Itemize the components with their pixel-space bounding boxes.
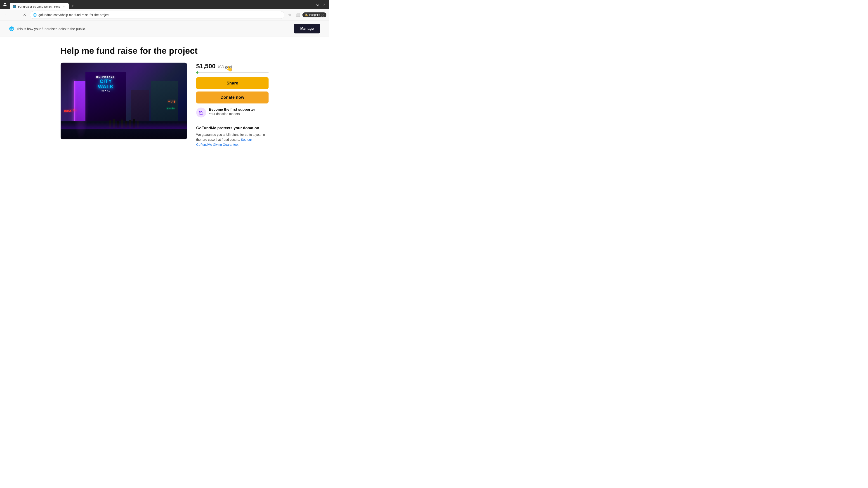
split-view-button[interactable]: ⬜ [294, 11, 302, 19]
progress-fill [196, 72, 197, 73]
titlebar: 🌐 Fundraiser by Jane Smith : Help ✕ + — … [0, 0, 329, 9]
content-layout: UNIVERSAL CITYWALK OSAKA マリオ スーパー ROCK S… [61, 63, 269, 147]
supporter-subtext: Your donation matters [209, 112, 255, 116]
tab-favicon: 🌐 [13, 5, 16, 8]
share-button[interactable]: Share [196, 77, 269, 89]
supporter-section: Become the first supporter Your donation… [196, 107, 269, 118]
citywalk-sign: UNIVERSAL CITYWALK OSAKA [88, 76, 124, 92]
donate-button[interactable]: Donate now [196, 92, 269, 103]
page-title: Help me fund raise for the project [61, 46, 269, 56]
fundraiser-image: UNIVERSAL CITYWALK OSAKA マリオ スーパー ROCK S… [61, 63, 187, 139]
bookmark-button[interactable]: ☆ [286, 11, 293, 19]
protection-body-text: We guarantee you a full refund for up to… [196, 133, 265, 141]
incognito-badge[interactable]: 🕵 Incognito (2) [303, 12, 327, 18]
new-tab-button[interactable]: + [70, 3, 76, 9]
minimize-btn[interactable]: — [307, 1, 314, 8]
titlebar-controls [2, 1, 8, 8]
window-controls: — ⧉ ✕ [307, 1, 327, 8]
banner-notice-text: This is how your fundraiser looks to the… [16, 27, 86, 31]
progress-bar [196, 72, 269, 73]
goal-label: USD goal [217, 65, 232, 69]
public-view-banner: 🌐 This is how your fundraiser looks to t… [0, 21, 329, 37]
page-content: Help me fund raise for the project [52, 37, 278, 147]
protection-title: GoFundMe protects your donation [196, 126, 269, 130]
forward-button[interactable]: → [12, 11, 19, 19]
close-btn[interactable]: ✕ [321, 1, 327, 8]
supporter-text: Become the first supporter Your donation… [209, 107, 255, 116]
supporter-heading: Become the first supporter [209, 107, 255, 111]
tabs-bar: 🌐 Fundraiser by Jane Smith : Help ✕ + [10, 0, 306, 9]
city-scene: UNIVERSAL CITYWALK OSAKA マリオ スーパー ROCK S… [61, 63, 187, 139]
fundraiser-sidebar: $1,500 USD goal Share Donate now [196, 63, 269, 147]
active-tab[interactable]: 🌐 Fundraiser by Jane Smith : Help ✕ [10, 3, 69, 10]
protection-text: We guarantee you a full refund for up to… [196, 132, 269, 147]
goal-amount: $1,500 [196, 63, 216, 70]
tab-title: Fundraiser by Jane Smith : Help [18, 5, 60, 8]
globe-icon: 🌐 [9, 26, 14, 31]
incognito-icon: 🕵 [305, 13, 308, 17]
banner-notice: 🌐 This is how your fundraiser looks to t… [9, 26, 86, 31]
protection-section: GoFundMe protects your donation We guara… [196, 122, 269, 147]
profile-btn[interactable] [2, 1, 8, 8]
manage-button[interactable]: Manage [294, 24, 320, 33]
purple-glow [73, 72, 89, 139]
reload-button[interactable]: ✕ [21, 11, 28, 19]
address-bar[interactable]: 🌐 gofundme.com/f/help-me-fund-raise-for-… [30, 11, 284, 19]
neon-sign-right: マリオ [168, 100, 176, 103]
tab-close-btn[interactable]: ✕ [62, 4, 66, 8]
toolbar-actions: ☆ ⬜ 🕵 Incognito (2) [286, 11, 327, 19]
back-button[interactable]: ← [3, 11, 10, 19]
restore-btn[interactable]: ⧉ [314, 1, 320, 8]
goal-section: $1,500 USD goal [196, 63, 269, 70]
neon-sign-green: スーパー [166, 107, 175, 110]
security-icon: 🌐 [33, 13, 37, 17]
supporter-icon [196, 107, 206, 118]
progress-dot [196, 71, 198, 74]
browser-toolbar: ← → ✕ 🌐 gofundme.com/f/help-me-fund-rais… [0, 9, 329, 21]
incognito-label: Incognito (2) [309, 13, 324, 17]
address-text: gofundme.com/f/help-me-fund-raise-for-th… [38, 13, 281, 17]
fundraiser-image-container: UNIVERSAL CITYWALK OSAKA マリオ スーパー ROCK S… [61, 63, 187, 139]
